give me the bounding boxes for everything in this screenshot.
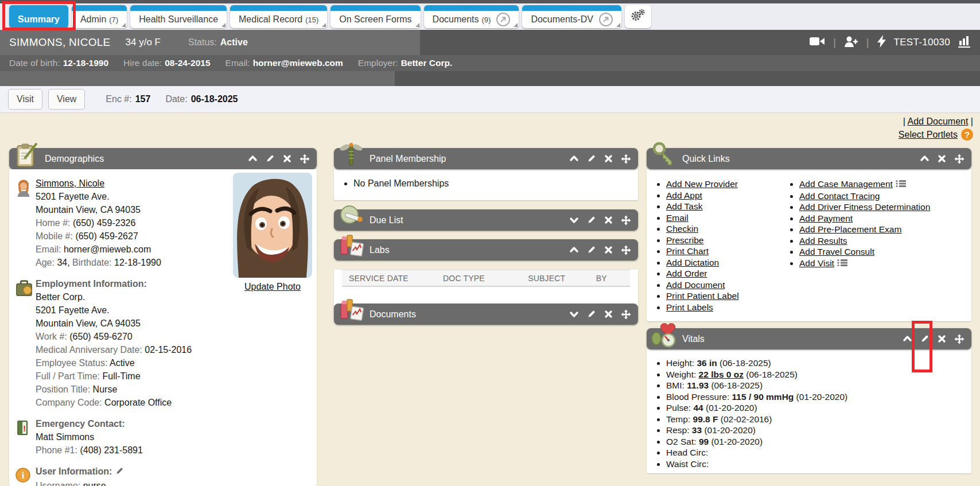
add-order-link[interactable]: Add Order [666,269,707,278]
add-visit-link[interactable]: Add Visit [799,258,834,268]
tab-documents-dv[interactable]: Documents-DV [522,5,621,28]
popout-arrow-icon[interactable] [599,13,613,26]
expand-icon[interactable] [569,309,579,319]
edit-pencil-icon[interactable] [586,245,596,255]
move-icon[interactable] [621,215,631,225]
emergency-book-icon: ! [9,418,36,457]
checkin-link[interactable]: Checkin [666,224,698,234]
hire-date-field: Hire date:08-24-2015 [123,58,211,68]
tab-health-surveillance[interactable]: Health Surveillance [130,5,227,28]
email-value: horner@mieweb.com [64,244,151,254]
print-chart-link[interactable]: Print Chart [666,246,709,256]
header-scroll-band [0,71,395,86]
emergency-phone-label: Phone #1: [36,445,77,455]
prescribe-link[interactable]: Prescribe [666,235,703,245]
edit-pencil-icon[interactable] [920,334,930,344]
collapse-icon[interactable] [248,154,258,164]
add-appt-link[interactable]: Add Appt [666,190,702,200]
link-item: Add Contact Tracing [799,190,971,202]
add-travel-consult-link[interactable]: Add Travel Consult [799,247,874,256]
collapse-icon[interactable] [569,154,579,164]
close-icon[interactable] [937,154,947,164]
vitals-header: Vitals [647,328,971,349]
close-icon[interactable] [604,215,613,225]
add-task-link[interactable]: Add Task [666,201,702,211]
close-icon[interactable] [604,309,613,319]
tab-settings-button[interactable] [625,5,651,28]
patient-name-link[interactable]: Simmons, Nicole [36,178,104,188]
vital-temp: Temp: 99.8 F (02-02-2016) [666,414,971,425]
edit-pencil-icon[interactable] [586,215,596,225]
select-portlets-link[interactable]: Select Portlets [899,130,958,140]
add-document-link[interactable]: Add Document [666,280,725,290]
edit-pencil-icon[interactable] [265,154,275,164]
email-link[interactable]: Email [666,213,689,223]
company-code-label: Company Code: [36,398,102,407]
add-person-icon[interactable] [844,36,858,49]
add-contact-tracing-link[interactable]: Add Contact Tracing [799,191,880,201]
no-panel-memberships-item: No Panel Memberships [353,178,638,189]
move-icon[interactable] [954,154,965,164]
edit-pencil-icon[interactable] [586,309,596,319]
list-menu-icon[interactable] [837,258,847,270]
move-icon[interactable] [621,309,631,320]
portlet-title: Documents [370,309,416,320]
tab-on-screen-forms[interactable]: On Screen Forms [330,5,420,28]
help-icon[interactable]: ? [961,129,973,141]
documents-header: Documents [334,304,638,325]
list-menu-icon[interactable] [896,179,906,190]
tab-documents[interactable]: Documents (9) [424,5,519,28]
print-labels-link[interactable]: Print Labels [666,302,713,312]
vitals-content: Height: 36 in (06-18-2025) Weight: 22 lb… [647,349,971,473]
visit-button[interactable]: Visit [8,89,42,110]
weight-value-link[interactable]: 22 lbs 0 oz [699,370,744,379]
portlet-labs: Labs SERVICE DATE DOC TYPE SUBJECT BY [334,239,638,308]
add-pre-placement-exam-link[interactable]: Add Pre-Placement Exam [799,224,901,234]
update-photo-link[interactable]: Update Photo [244,282,301,292]
demographics-content: Update Photo Simmons, Nicole 5201 Fayett… [9,169,317,486]
add-document-link[interactable]: Add Document [908,116,969,126]
vitals-heart-gauge-icon [650,321,678,349]
print-patient-label-link[interactable]: Print Patient Label [666,291,739,301]
add-case-management-link[interactable]: Add Case Management [799,179,893,189]
svg-text:!: ! [23,424,26,433]
popout-arrow-icon[interactable] [496,13,510,26]
tab-admin[interactable]: Admin (7) [72,5,127,28]
close-icon[interactable] [604,245,613,255]
close-icon[interactable] [282,154,292,164]
vital-pulse: Pulse: 44 (01-20-2020) [666,402,971,414]
close-icon[interactable] [937,334,947,344]
link-item: Add New Provider [666,178,780,190]
mobile-phone-value: (650) 459-2627 [75,231,138,241]
add-driver-fitness-link[interactable]: Add Driver Fitness Determination [799,202,930,212]
employment-section: Employment Information: Better Corp. 520… [9,278,317,410]
add-payment-link[interactable]: Add Payment [799,213,853,223]
lightning-bolt-icon[interactable] [877,35,886,50]
collapse-icon[interactable] [569,245,579,255]
move-icon[interactable] [621,154,631,164]
vitals-list: Height: 36 in (06-18-2025) Weight: 22 lb… [647,357,971,469]
move-icon[interactable] [300,154,310,164]
expand-icon[interactable] [569,215,579,225]
tab-summary[interactable]: Summary [9,5,68,28]
move-icon[interactable] [621,245,631,255]
company-code-value: Corporate Office [104,398,172,407]
collapse-icon[interactable] [903,334,912,344]
view-button[interactable]: View [48,89,85,110]
username-value: nurse [83,481,106,486]
flowsheet-chart-icon[interactable] [958,36,972,50]
add-results-link[interactable]: Add Results [799,236,847,246]
mobile-phone-line: Mobile #: (650) 459-2627 [36,230,161,243]
close-icon[interactable] [604,154,613,164]
collapse-icon[interactable] [920,154,930,164]
portlet-controls [569,148,631,169]
add-new-provider-link[interactable]: Add New Provider [666,179,738,189]
chart-id: TEST-10030 [894,37,950,48]
video-camera-icon[interactable] [810,36,825,49]
edit-pencil-icon[interactable] [115,466,124,479]
username-line: Username: nurse [36,480,124,486]
tab-medical-record[interactable]: Medical Record (15) [230,5,327,28]
add-dictation-link[interactable]: Add Dictation [666,258,719,267]
move-icon[interactable] [954,334,965,344]
edit-pencil-icon[interactable] [586,154,596,164]
